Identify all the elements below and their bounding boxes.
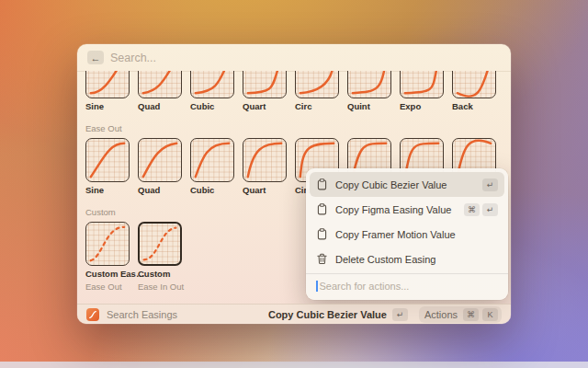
easing-thumbnail-custom[interactable]	[138, 222, 182, 266]
easing-label-cubic: Cubic	[190, 101, 234, 111]
easing-label-expo: Expo	[400, 101, 444, 111]
easing-subtitle-ease-out: Ease Out	[85, 282, 130, 292]
actions-search-input[interactable]: Search for actions...	[310, 274, 504, 298]
actions-search-placeholder: Search for actions...	[320, 281, 410, 292]
primary-action-button[interactable]: Copy Cubic Bezier Value	[268, 309, 387, 320]
menu-item-label: Delete Custom Easing	[335, 254, 491, 265]
search-input[interactable]: Search...	[110, 52, 156, 64]
easing-label-back: Back	[452, 101, 496, 111]
easing-thumbnail-quart[interactable]	[243, 71, 287, 98]
search-bar: ← Search...	[77, 44, 511, 72]
easing-thumbnail-circ[interactable]	[295, 71, 339, 98]
cmd-key-badge: ⌘	[463, 308, 479, 321]
easing-thumbnail-custom-eas[interactable]	[85, 222, 130, 266]
shortcut-key-badge: ⌘	[464, 203, 480, 216]
actions-button[interactable]: Actions ⌘ K	[419, 306, 502, 323]
easing-label-custom: CustomEase In Out	[138, 269, 182, 292]
easing-thumbnail-sine[interactable]	[85, 138, 130, 182]
easing-label-quad: Quad	[138, 185, 182, 195]
enter-key-badge: ↵	[392, 308, 408, 321]
clipboard-icon	[316, 203, 328, 215]
easing-thumbnail-back[interactable]	[452, 71, 496, 98]
arrow-left-icon: ←	[91, 52, 101, 63]
easing-thumbnail-quart[interactable]	[243, 138, 287, 182]
background-window-edge	[0, 362, 588, 368]
menu-item-copy-cubic-bezier-value[interactable]: Copy Cubic Bezier Value↵	[310, 172, 504, 197]
menu-item-label: Copy Figma Easing Value	[335, 204, 457, 215]
easing-thumbnail-sine[interactable]	[85, 71, 130, 98]
easing-label-cubic: Cubic	[190, 185, 234, 195]
section-title-ease-out: Ease Out	[85, 123, 503, 133]
menu-item-delete-custom-easing[interactable]: Delete Custom Easing	[310, 247, 504, 271]
easing-thumbnail-quad[interactable]	[138, 138, 182, 182]
menu-item-label: Copy Framer Motion Value	[335, 229, 491, 240]
footer-bar: Search Easings Copy Cubic Bezier Value ↵…	[77, 304, 511, 324]
actions-button-label: Actions	[424, 309, 458, 320]
actions-menu: Copy Cubic Bezier Value↵Copy Figma Easin…	[306, 168, 508, 300]
clipboard-icon	[316, 178, 328, 190]
easing-row-0	[85, 71, 503, 98]
menu-item-copy-framer-motion-value[interactable]: Copy Framer Motion Value	[310, 222, 504, 247]
easing-label-quint: Quint	[347, 101, 391, 111]
menu-item-label: Copy Cubic Bezier Value	[335, 179, 475, 190]
command-name: Search Easings	[107, 309, 177, 320]
easing-label-quart: Quart	[243, 101, 287, 111]
easing-thumbnail-quad[interactable]	[138, 71, 182, 98]
menu-item-copy-figma-easing-value[interactable]: Copy Figma Easing Value⌘↵	[310, 197, 504, 222]
easing-subtitle-ease-in-out: Ease In Out	[138, 282, 182, 292]
easing-thumbnail-cubic[interactable]	[190, 138, 234, 182]
k-key-badge: K	[482, 308, 498, 321]
easing-label-quart: Quart	[243, 185, 287, 195]
shortcut-key-badge: ↵	[482, 178, 498, 191]
easing-thumbnail-quint[interactable]	[347, 71, 391, 98]
easing-thumbnail-expo[interactable]	[400, 71, 444, 98]
easing-label-custom-eas: Custom Eas…Ease Out	[85, 269, 130, 292]
text-cursor	[316, 281, 318, 292]
easing-label-sine: Sine	[85, 101, 130, 111]
easing-label-sine: Sine	[85, 185, 130, 195]
easing-label-quad: Quad	[138, 101, 182, 111]
clipboard-icon	[316, 228, 328, 240]
back-button[interactable]: ←	[87, 51, 104, 64]
shortcut-key-badge: ↵	[482, 203, 498, 216]
trash-icon	[316, 253, 328, 265]
easings-app-icon	[86, 308, 99, 321]
easing-label-circ: Circ	[295, 101, 339, 111]
launcher-window: ← Search... SineQuadCubicQuartCircQuintE…	[77, 44, 511, 324]
easing-label-row-0: SineQuadCubicQuartCircQuintExpoBack	[85, 101, 503, 111]
easing-thumbnail-cubic[interactable]	[190, 71, 234, 98]
